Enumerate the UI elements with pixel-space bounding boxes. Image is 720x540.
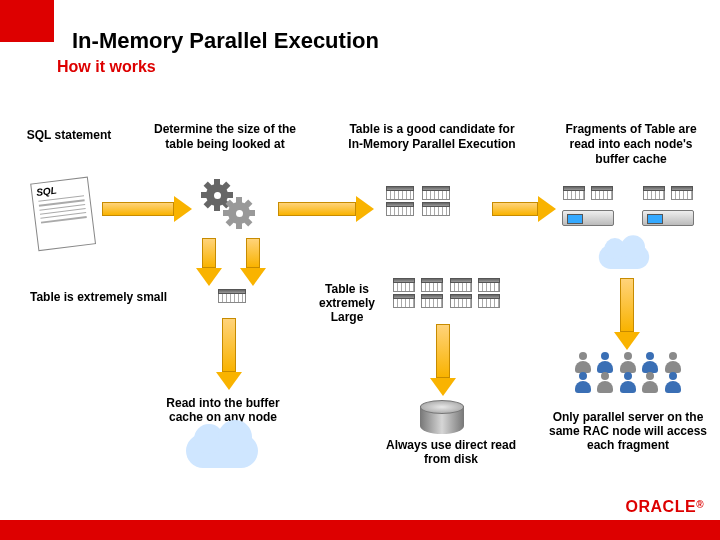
heading-good-candidate: Table is a good candidate for In-Memory … (342, 122, 522, 152)
oracle-brand-text: ORACLE (626, 498, 697, 515)
heading-determine-size: Determine the size of the table being lo… (140, 122, 310, 152)
footer-bar (0, 520, 720, 540)
label-read-buffer: Read into the buffer cache on any node (148, 396, 298, 424)
heading-sql-statement: SQL statement (24, 128, 114, 143)
sql-document-icon: SQL (28, 175, 96, 252)
rac-node-1 (562, 186, 614, 226)
cloud-icon (599, 245, 649, 269)
label-extremely-large: Table is extremely Large (302, 282, 392, 324)
server-icon (642, 210, 694, 226)
candidate-table-icon (384, 186, 484, 218)
corner-accent (0, 0, 54, 42)
oracle-logo: ORACLE® (626, 498, 704, 516)
heading-fragments: Fragments of Table are read into each no… (556, 122, 706, 167)
rac-node-2 (642, 186, 694, 226)
server-icon (562, 210, 614, 226)
disk-icon (420, 400, 464, 434)
slide-title: In-Memory Parallel Execution (72, 28, 379, 54)
small-table-icon (218, 289, 246, 307)
label-direct-read: Always use direct read from disk (376, 438, 526, 466)
slide-subtitle: How it works (57, 58, 156, 76)
large-table-icon (392, 278, 501, 314)
label-extremely-small: Table is extremely small (30, 290, 200, 304)
parallel-servers-icon (574, 354, 682, 398)
label-only-parallel: Only parallel server on the same RAC nod… (548, 410, 708, 452)
buffer-cloud-icon (186, 434, 258, 468)
